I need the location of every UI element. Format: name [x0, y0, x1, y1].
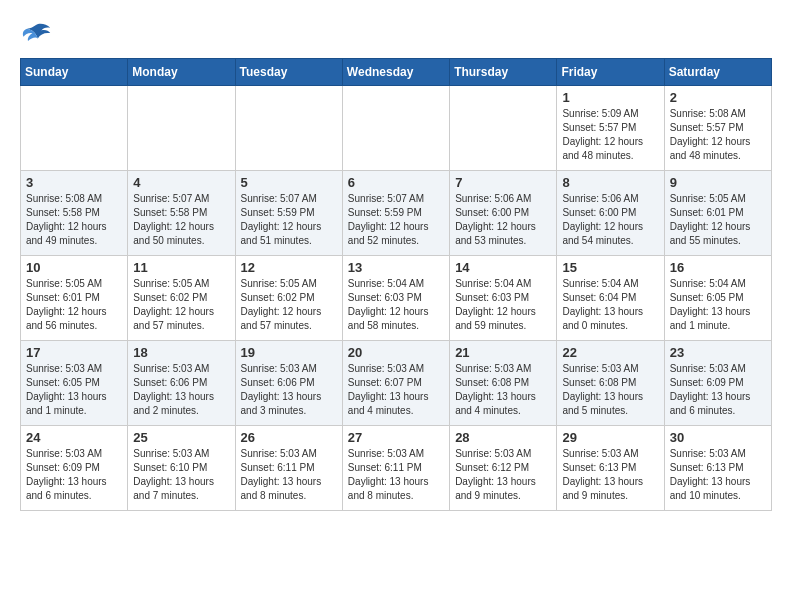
- cell-info: Sunrise: 5:03 AM Sunset: 6:13 PM Dayligh…: [670, 447, 766, 503]
- cell-info: Sunrise: 5:08 AM Sunset: 5:58 PM Dayligh…: [26, 192, 122, 248]
- day-number: 8: [562, 175, 658, 190]
- calendar-week-row: 3Sunrise: 5:08 AM Sunset: 5:58 PM Daylig…: [21, 171, 772, 256]
- day-number: 9: [670, 175, 766, 190]
- day-number: 30: [670, 430, 766, 445]
- day-number: 28: [455, 430, 551, 445]
- cell-info: Sunrise: 5:05 AM Sunset: 6:02 PM Dayligh…: [133, 277, 229, 333]
- weekday-header-thursday: Thursday: [450, 59, 557, 86]
- day-number: 7: [455, 175, 551, 190]
- day-number: 22: [562, 345, 658, 360]
- day-number: 13: [348, 260, 444, 275]
- calendar-cell: 8Sunrise: 5:06 AM Sunset: 6:00 PM Daylig…: [557, 171, 664, 256]
- day-number: 4: [133, 175, 229, 190]
- cell-info: Sunrise: 5:07 AM Sunset: 5:58 PM Dayligh…: [133, 192, 229, 248]
- cell-info: Sunrise: 5:03 AM Sunset: 6:12 PM Dayligh…: [455, 447, 551, 503]
- cell-info: Sunrise: 5:03 AM Sunset: 6:11 PM Dayligh…: [241, 447, 337, 503]
- cell-info: Sunrise: 5:03 AM Sunset: 6:08 PM Dayligh…: [562, 362, 658, 418]
- day-number: 17: [26, 345, 122, 360]
- cell-info: Sunrise: 5:06 AM Sunset: 6:00 PM Dayligh…: [562, 192, 658, 248]
- day-number: 5: [241, 175, 337, 190]
- cell-info: Sunrise: 5:04 AM Sunset: 6:03 PM Dayligh…: [455, 277, 551, 333]
- calendar-week-row: 1Sunrise: 5:09 AM Sunset: 5:57 PM Daylig…: [21, 86, 772, 171]
- calendar-cell: 29Sunrise: 5:03 AM Sunset: 6:13 PM Dayli…: [557, 426, 664, 511]
- cell-info: Sunrise: 5:08 AM Sunset: 5:57 PM Dayligh…: [670, 107, 766, 163]
- day-number: 15: [562, 260, 658, 275]
- cell-info: Sunrise: 5:05 AM Sunset: 6:01 PM Dayligh…: [670, 192, 766, 248]
- calendar-cell: 11Sunrise: 5:05 AM Sunset: 6:02 PM Dayli…: [128, 256, 235, 341]
- calendar-cell: 26Sunrise: 5:03 AM Sunset: 6:11 PM Dayli…: [235, 426, 342, 511]
- day-number: 29: [562, 430, 658, 445]
- cell-info: Sunrise: 5:09 AM Sunset: 5:57 PM Dayligh…: [562, 107, 658, 163]
- calendar-week-row: 17Sunrise: 5:03 AM Sunset: 6:05 PM Dayli…: [21, 341, 772, 426]
- day-number: 23: [670, 345, 766, 360]
- cell-info: Sunrise: 5:03 AM Sunset: 6:09 PM Dayligh…: [26, 447, 122, 503]
- logo-icon: [20, 20, 52, 48]
- cell-info: Sunrise: 5:07 AM Sunset: 5:59 PM Dayligh…: [348, 192, 444, 248]
- calendar-cell: 25Sunrise: 5:03 AM Sunset: 6:10 PM Dayli…: [128, 426, 235, 511]
- calendar-cell: 6Sunrise: 5:07 AM Sunset: 5:59 PM Daylig…: [342, 171, 449, 256]
- cell-info: Sunrise: 5:03 AM Sunset: 6:10 PM Dayligh…: [133, 447, 229, 503]
- calendar-cell: 1Sunrise: 5:09 AM Sunset: 5:57 PM Daylig…: [557, 86, 664, 171]
- calendar-header-row: SundayMondayTuesdayWednesdayThursdayFrid…: [21, 59, 772, 86]
- cell-info: Sunrise: 5:03 AM Sunset: 6:07 PM Dayligh…: [348, 362, 444, 418]
- calendar-table: SundayMondayTuesdayWednesdayThursdayFrid…: [20, 58, 772, 511]
- cell-info: Sunrise: 5:03 AM Sunset: 6:06 PM Dayligh…: [241, 362, 337, 418]
- calendar-cell: 4Sunrise: 5:07 AM Sunset: 5:58 PM Daylig…: [128, 171, 235, 256]
- calendar-cell: [450, 86, 557, 171]
- calendar-cell: 23Sunrise: 5:03 AM Sunset: 6:09 PM Dayli…: [664, 341, 771, 426]
- calendar-week-row: 10Sunrise: 5:05 AM Sunset: 6:01 PM Dayli…: [21, 256, 772, 341]
- day-number: 1: [562, 90, 658, 105]
- calendar-cell: [235, 86, 342, 171]
- calendar-cell: 14Sunrise: 5:04 AM Sunset: 6:03 PM Dayli…: [450, 256, 557, 341]
- cell-info: Sunrise: 5:05 AM Sunset: 6:01 PM Dayligh…: [26, 277, 122, 333]
- calendar-week-row: 24Sunrise: 5:03 AM Sunset: 6:09 PM Dayli…: [21, 426, 772, 511]
- cell-info: Sunrise: 5:03 AM Sunset: 6:13 PM Dayligh…: [562, 447, 658, 503]
- header: [20, 20, 772, 48]
- weekday-header-tuesday: Tuesday: [235, 59, 342, 86]
- day-number: 19: [241, 345, 337, 360]
- weekday-header-sunday: Sunday: [21, 59, 128, 86]
- calendar-cell: 21Sunrise: 5:03 AM Sunset: 6:08 PM Dayli…: [450, 341, 557, 426]
- calendar-cell: 9Sunrise: 5:05 AM Sunset: 6:01 PM Daylig…: [664, 171, 771, 256]
- day-number: 6: [348, 175, 444, 190]
- cell-info: Sunrise: 5:07 AM Sunset: 5:59 PM Dayligh…: [241, 192, 337, 248]
- cell-info: Sunrise: 5:06 AM Sunset: 6:00 PM Dayligh…: [455, 192, 551, 248]
- day-number: 24: [26, 430, 122, 445]
- cell-info: Sunrise: 5:03 AM Sunset: 6:06 PM Dayligh…: [133, 362, 229, 418]
- logo: [20, 20, 56, 48]
- calendar-cell: 22Sunrise: 5:03 AM Sunset: 6:08 PM Dayli…: [557, 341, 664, 426]
- calendar-cell: 20Sunrise: 5:03 AM Sunset: 6:07 PM Dayli…: [342, 341, 449, 426]
- calendar-cell: 18Sunrise: 5:03 AM Sunset: 6:06 PM Dayli…: [128, 341, 235, 426]
- day-number: 3: [26, 175, 122, 190]
- day-number: 2: [670, 90, 766, 105]
- calendar-cell: 5Sunrise: 5:07 AM Sunset: 5:59 PM Daylig…: [235, 171, 342, 256]
- weekday-header-friday: Friday: [557, 59, 664, 86]
- calendar-cell: 30Sunrise: 5:03 AM Sunset: 6:13 PM Dayli…: [664, 426, 771, 511]
- calendar-cell: 19Sunrise: 5:03 AM Sunset: 6:06 PM Dayli…: [235, 341, 342, 426]
- cell-info: Sunrise: 5:03 AM Sunset: 6:08 PM Dayligh…: [455, 362, 551, 418]
- cell-info: Sunrise: 5:04 AM Sunset: 6:04 PM Dayligh…: [562, 277, 658, 333]
- calendar-cell: 16Sunrise: 5:04 AM Sunset: 6:05 PM Dayli…: [664, 256, 771, 341]
- calendar-cell: 28Sunrise: 5:03 AM Sunset: 6:12 PM Dayli…: [450, 426, 557, 511]
- day-number: 11: [133, 260, 229, 275]
- day-number: 18: [133, 345, 229, 360]
- calendar-cell: 3Sunrise: 5:08 AM Sunset: 5:58 PM Daylig…: [21, 171, 128, 256]
- calendar-cell: 15Sunrise: 5:04 AM Sunset: 6:04 PM Dayli…: [557, 256, 664, 341]
- calendar-cell: 17Sunrise: 5:03 AM Sunset: 6:05 PM Dayli…: [21, 341, 128, 426]
- weekday-header-saturday: Saturday: [664, 59, 771, 86]
- day-number: 14: [455, 260, 551, 275]
- calendar-cell: 24Sunrise: 5:03 AM Sunset: 6:09 PM Dayli…: [21, 426, 128, 511]
- day-number: 25: [133, 430, 229, 445]
- weekday-header-wednesday: Wednesday: [342, 59, 449, 86]
- calendar-cell: [342, 86, 449, 171]
- calendar-cell: 2Sunrise: 5:08 AM Sunset: 5:57 PM Daylig…: [664, 86, 771, 171]
- day-number: 26: [241, 430, 337, 445]
- cell-info: Sunrise: 5:04 AM Sunset: 6:03 PM Dayligh…: [348, 277, 444, 333]
- calendar-cell: 13Sunrise: 5:04 AM Sunset: 6:03 PM Dayli…: [342, 256, 449, 341]
- cell-info: Sunrise: 5:03 AM Sunset: 6:11 PM Dayligh…: [348, 447, 444, 503]
- cell-info: Sunrise: 5:03 AM Sunset: 6:09 PM Dayligh…: [670, 362, 766, 418]
- cell-info: Sunrise: 5:03 AM Sunset: 6:05 PM Dayligh…: [26, 362, 122, 418]
- cell-info: Sunrise: 5:04 AM Sunset: 6:05 PM Dayligh…: [670, 277, 766, 333]
- day-number: 27: [348, 430, 444, 445]
- day-number: 16: [670, 260, 766, 275]
